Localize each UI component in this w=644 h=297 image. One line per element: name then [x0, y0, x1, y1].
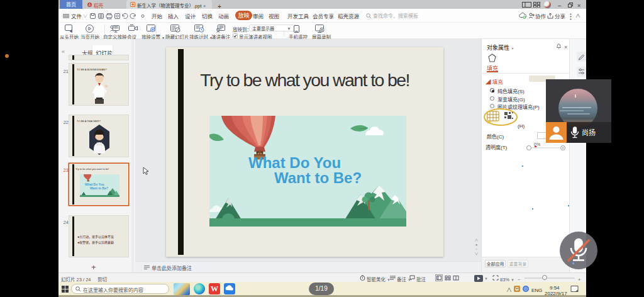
svg-text:What Do You: What Do You: [248, 154, 341, 171]
svg-text:Want to Be?: Want to Be?: [90, 186, 108, 190]
svg-text:Want to Be?: Want to Be?: [274, 169, 362, 186]
